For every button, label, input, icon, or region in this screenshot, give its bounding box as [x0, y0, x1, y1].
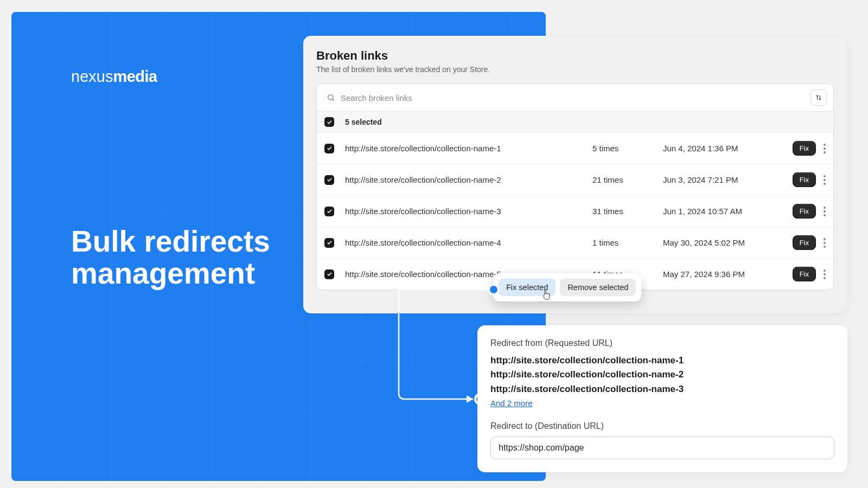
row-count: 5 times — [592, 144, 663, 153]
redirect-to-label: Redirect to (Destination URL) — [490, 421, 834, 431]
redirect-url-1: http://site.store/collection/collection-… — [490, 354, 834, 368]
more-actions-icon[interactable] — [824, 207, 826, 216]
fix-button[interactable]: Fix — [793, 267, 816, 281]
more-actions-icon[interactable] — [824, 269, 826, 279]
broken-links-table: 5 selected http://site.store/collection/… — [316, 84, 834, 290]
row-actions: Fix — [777, 204, 826, 219]
search-icon — [327, 93, 335, 102]
check-icon — [327, 240, 333, 246]
redirect-card: Redirect from (Requested URL) http://sit… — [477, 325, 847, 472]
row-date: May 30, 2024 5:02 PM — [663, 238, 777, 247]
destination-url-input[interactable] — [490, 436, 834, 459]
svg-line-1 — [333, 99, 334, 101]
row-actions: Fix — [777, 141, 826, 156]
row-date: Jun 3, 2024 7:21 PM — [663, 175, 777, 184]
redirect-from-urls: http://site.store/collection/collection-… — [490, 354, 834, 396]
row-checkbox[interactable] — [324, 144, 334, 153]
row-date: Jun 4, 2024 1:36 PM — [663, 144, 777, 153]
fix-button[interactable]: Fix — [793, 141, 816, 156]
bulk-action-toolbar: Fix selected Remove selected — [493, 273, 641, 301]
row-checkbox[interactable] — [324, 175, 334, 185]
row-checkbox[interactable] — [324, 207, 334, 216]
card-subtitle: The list of broken links we've tracked o… — [303, 63, 847, 84]
row-count: 21 times — [592, 175, 663, 184]
redirect-url-3: http://site.store/collection/collection-… — [490, 382, 834, 396]
fix-button[interactable]: Fix — [793, 172, 816, 187]
more-actions-icon[interactable] — [824, 175, 826, 185]
row-date: Jun 1, 2024 10:57 AM — [663, 207, 777, 216]
fix-button[interactable]: Fix — [793, 235, 816, 250]
more-actions-icon[interactable] — [824, 144, 826, 153]
table-row: http://site.store/collection/collection-… — [317, 164, 833, 196]
fix-button[interactable]: Fix — [793, 204, 816, 219]
table-row: http://site.store/collection/collection-… — [317, 196, 833, 227]
check-icon — [327, 145, 333, 151]
search-row — [317, 84, 833, 112]
broken-links-card: Broken links The list of broken links we… — [303, 36, 847, 313]
hero-line-1: Bulk redirects — [71, 226, 270, 258]
logo-part-1: nexus — [71, 68, 113, 85]
more-actions-icon[interactable] — [824, 238, 826, 248]
check-icon — [327, 177, 333, 183]
sort-icon — [815, 94, 822, 101]
card-title: Broken links — [303, 49, 847, 63]
svg-point-0 — [328, 95, 333, 100]
hero-title: Bulk redirects management — [71, 226, 270, 290]
brand-logo: nexusmedia — [71, 68, 157, 86]
hero-line-2: management — [71, 258, 270, 290]
selected-count: 5 selected — [345, 118, 382, 126]
check-icon — [327, 271, 333, 277]
check-icon — [327, 208, 333, 214]
table-header: 5 selected — [317, 112, 833, 133]
row-url: http://site.store/collection/collection-… — [345, 175, 592, 184]
and-more-link[interactable]: And 2 more — [490, 399, 533, 408]
row-url: http://site.store/collection/collection-… — [345, 144, 592, 153]
select-all-checkbox[interactable] — [324, 117, 334, 127]
table-row: http://site.store/collection/collection-… — [317, 227, 833, 259]
remove-selected-button[interactable]: Remove selected — [560, 279, 636, 296]
row-actions: Fix — [777, 235, 826, 250]
row-actions: Fix — [777, 267, 826, 281]
row-date: May 27, 2024 9:36 PM — [663, 269, 777, 279]
check-icon — [327, 119, 333, 125]
search-container — [323, 91, 810, 105]
row-checkbox[interactable] — [324, 238, 334, 248]
search-input[interactable] — [341, 93, 807, 102]
logo-part-2: media — [113, 68, 157, 85]
row-actions: Fix — [777, 172, 826, 187]
redirect-url-2: http://site.store/collection/collection-… — [490, 368, 834, 382]
row-count: 1 times — [592, 238, 663, 247]
sort-button[interactable] — [810, 89, 827, 106]
row-count: 31 times — [592, 207, 663, 216]
row-url: http://site.store/collection/collection-… — [345, 207, 592, 216]
cursor-icon — [541, 289, 551, 301]
table-row: http://site.store/collection/collection-… — [317, 133, 833, 164]
redirect-from-label: Redirect from (Requested URL) — [490, 338, 834, 348]
row-url: http://site.store/collection/collection-… — [345, 238, 592, 247]
row-checkbox[interactable] — [324, 269, 334, 279]
